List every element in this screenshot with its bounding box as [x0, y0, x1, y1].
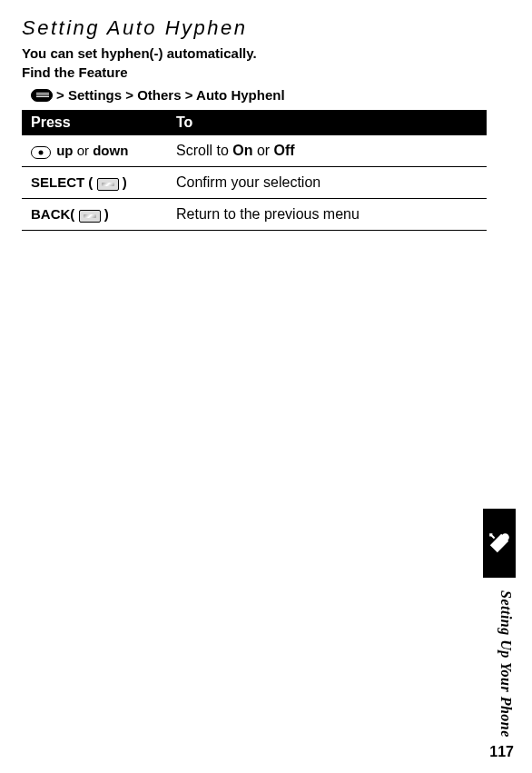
table-row: SELECT ( ) Confirm your selection	[22, 167, 487, 199]
press-text: )	[119, 174, 127, 190]
section-side-label: Setting Up Your Phone	[498, 590, 514, 738]
to-text-bold: Off	[274, 143, 295, 158]
press-text: BACK(	[31, 206, 79, 222]
press-text: )	[101, 206, 109, 222]
to-text: or	[252, 143, 273, 158]
breadcrumb: > Settings > Others > Auto Hyphenl	[31, 87, 487, 103]
press-text: or	[74, 143, 94, 158]
find-feature-label: Find the Feature	[22, 64, 487, 80]
press-text-bold: down	[93, 143, 128, 158]
table-row: up or down Scroll to On or Off	[22, 135, 487, 167]
instruction-table: Press To up or down Scroll to On or Off …	[22, 110, 487, 231]
to-cell: Return to the previous menu	[167, 199, 487, 231]
menu-icon	[31, 89, 53, 102]
section-description: You can set hyphen(-) automatically.	[22, 45, 487, 61]
page-number: 117	[489, 744, 514, 760]
tools-icon	[488, 531, 511, 555]
to-text: Scroll to	[176, 143, 232, 158]
to-cell: Scroll to On or Off	[167, 135, 487, 167]
to-cell: Confirm your selection	[167, 167, 487, 199]
soft-key-icon	[97, 178, 119, 191]
press-cell: SELECT ( )	[22, 167, 167, 199]
table-row: BACK( ) Return to the previous menu	[22, 199, 487, 231]
nav-key-icon	[31, 146, 51, 159]
section-heading: Setting Auto Hyphen	[22, 16, 487, 40]
breadcrumb-text: > Settings > Others > Auto Hyphenl	[56, 87, 285, 103]
press-text: SELECT (	[31, 174, 97, 190]
press-cell: up or down	[22, 135, 167, 167]
section-tab	[483, 509, 516, 578]
press-cell: BACK( )	[22, 199, 167, 231]
soft-key-icon	[79, 210, 101, 223]
press-text-bold: up	[56, 143, 73, 158]
table-header-to: To	[167, 110, 487, 135]
svg-point-0	[502, 534, 508, 540]
table-header-press: Press	[22, 110, 167, 135]
to-text-bold: On	[232, 143, 252, 158]
